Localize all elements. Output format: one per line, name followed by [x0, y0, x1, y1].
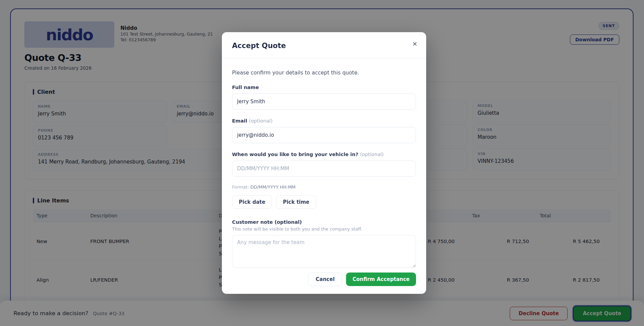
pick-date-button[interactable]: Pick date [232, 195, 272, 209]
customer-note-helper: This note will be visible to both you an… [232, 226, 416, 232]
format-hint: Format: DD/MM/YYYY HH:MM [232, 184, 416, 190]
full-name-field[interactable] [232, 93, 416, 110]
modal-intro-text: Please confirm your details to accept th… [232, 70, 416, 76]
cancel-button[interactable]: Cancel [308, 273, 342, 286]
customer-note-label: Customer note (optional) [232, 219, 416, 225]
customer-note-field[interactable] [232, 235, 416, 268]
confirm-acceptance-button[interactable]: Confirm Acceptance [346, 273, 416, 286]
optional-suffix: (optional) [249, 118, 273, 124]
email-label: Email (optional) [232, 118, 416, 124]
datetime-field[interactable] [232, 160, 416, 177]
optional-suffix: (optional) [360, 152, 384, 157]
close-icon[interactable]: ✕ [412, 41, 417, 47]
datetime-label: When would you like to bring your vehicl… [232, 152, 416, 157]
email-field[interactable] [232, 127, 416, 143]
full-name-label: Full name [232, 85, 416, 90]
pick-time-button[interactable]: Pick time [276, 195, 316, 209]
accept-quote-modal: Accept Quote ✕ Please confirm your detai… [222, 32, 426, 294]
modal-title: Accept Quote [232, 42, 416, 50]
